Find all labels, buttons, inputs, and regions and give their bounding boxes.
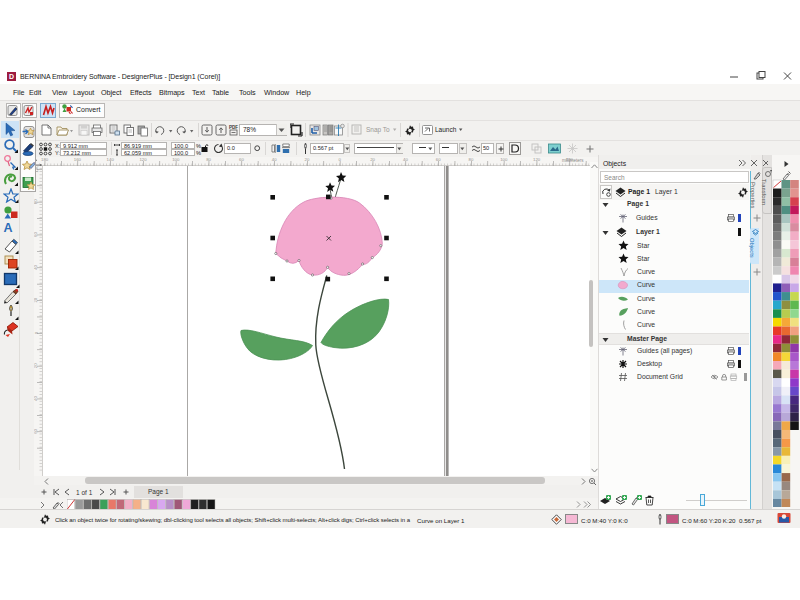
svg-text:20: 20 — [370, 157, 375, 162]
svg-text:120: 120 — [139, 157, 147, 162]
svg-text:80: 80 — [34, 199, 39, 204]
svg-text:Launch: Launch — [435, 126, 457, 133]
svg-text:40: 40 — [272, 157, 277, 162]
svg-text:PDF: PDF — [229, 125, 238, 130]
svg-text:20: 20 — [34, 297, 39, 302]
svg-text:100: 100 — [172, 157, 180, 162]
svg-text:20: 20 — [305, 157, 310, 162]
svg-text:180: 180 — [41, 157, 49, 162]
svg-text:80: 80 — [206, 157, 211, 162]
svg-text:60: 60 — [239, 157, 244, 162]
svg-text:40: 40 — [34, 396, 39, 401]
svg-text:40: 40 — [403, 157, 408, 162]
svg-text:60: 60 — [34, 428, 39, 433]
svg-text:40: 40 — [34, 264, 39, 269]
svg-text:20: 20 — [34, 363, 39, 368]
svg-text:160: 160 — [74, 157, 82, 162]
svg-text:100: 100 — [500, 157, 508, 162]
svg-text:120: 120 — [533, 157, 541, 162]
svg-text:60: 60 — [34, 232, 39, 237]
svg-text:0: 0 — [339, 157, 342, 162]
svg-text:0: 0 — [34, 331, 39, 334]
svg-text:1 of 1: 1 of 1 — [76, 489, 93, 496]
svg-text:60: 60 — [436, 157, 441, 162]
svg-text:140: 140 — [107, 157, 115, 162]
svg-text:80: 80 — [469, 157, 474, 162]
svg-text:Snap To: Snap To — [366, 126, 390, 134]
